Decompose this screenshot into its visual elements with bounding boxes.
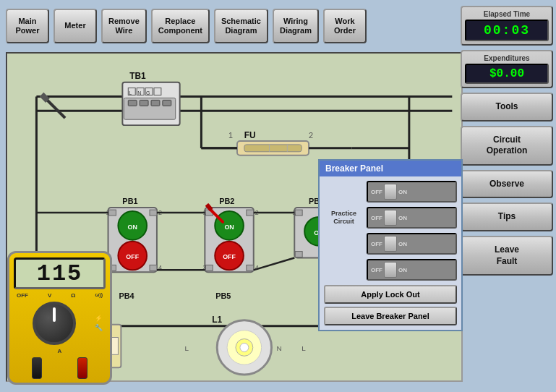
- svg-text:N: N: [276, 344, 281, 352]
- svg-rect-56: [205, 265, 213, 270]
- svg-rect-14: [140, 100, 148, 106]
- breaker-row-3: OFF ON: [324, 233, 457, 255]
- svg-text:PB2: PB2: [219, 197, 234, 205]
- breaker-label-2: PracticeCircuit: [324, 210, 364, 226]
- breaker-panel-content: OFF ON PracticeCircuit OFF ON OFF ON: [320, 176, 461, 330]
- leave-fault-button[interactable]: LeaveFault: [461, 236, 553, 276]
- multimeter-selector-labels: OFF V Ω ω)): [14, 292, 106, 299]
- multimeter-probe-black: [32, 357, 42, 379]
- svg-text:PB4: PB4: [119, 291, 134, 300]
- svg-text:L: L: [301, 344, 306, 352]
- tips-button[interactable]: Tips: [461, 203, 553, 231]
- svg-rect-16: [163, 100, 171, 106]
- toolbar: MainPower Meter RemoveWire ReplaceCompon…: [6, 6, 455, 46]
- svg-rect-57: [247, 265, 254, 270]
- elapsed-time-box: Elapsed Time 00:03: [461, 6, 553, 46]
- svg-rect-38: [109, 210, 116, 216]
- breaker-panel-title: Breaker Panel: [320, 161, 461, 176]
- svg-rect-68: [295, 252, 302, 257]
- svg-text:TB1: TB1: [129, 71, 146, 81]
- svg-point-96: [240, 343, 249, 351]
- breaker-handle-1[interactable]: [384, 184, 397, 200]
- circuit-operation-button[interactable]: CircuitOperation: [461, 126, 553, 166]
- svg-text:OFF: OFF: [126, 253, 139, 260]
- svg-text:ON: ON: [128, 223, 137, 231]
- observe-button[interactable]: Observe: [461, 170, 553, 199]
- right-panel: Elapsed Time 00:03 Expenditures $0.00 To…: [461, 6, 553, 276]
- svg-text:G: G: [146, 90, 150, 95]
- multimeter: 115 OFF V Ω ω)) ⚡ 🔧 A: [7, 251, 112, 385]
- breaker-handle-2[interactable]: [384, 210, 397, 226]
- svg-rect-13: [128, 100, 137, 106]
- multimeter-probes: [14, 357, 106, 379]
- breaker-handle-4[interactable]: [384, 262, 397, 278]
- breaker-row-4: OFF ON: [324, 259, 457, 281]
- main-power-button[interactable]: MainPower: [6, 9, 49, 43]
- remove-wire-button[interactable]: RemoveWire: [101, 9, 147, 43]
- breaker-switch-1[interactable]: OFF ON: [367, 181, 457, 203]
- breaker-switch-2[interactable]: OFF ON: [367, 207, 457, 229]
- svg-rect-64: [295, 210, 302, 216]
- svg-text:L: L: [185, 344, 189, 352]
- svg-text:1: 1: [228, 131, 233, 140]
- tools-button[interactable]: Tools: [461, 93, 553, 122]
- leave-breaker-panel-button[interactable]: Leave Breaker Panel: [324, 307, 457, 325]
- multimeter-selector[interactable]: [33, 302, 76, 345]
- breaker-panel: Breaker Panel OFF ON PracticeCircuit OFF…: [318, 159, 463, 331]
- multimeter-value: 115: [37, 260, 83, 287]
- svg-text:PB5: PB5: [215, 291, 231, 300]
- breaker-switch-4[interactable]: OFF ON: [367, 259, 457, 281]
- meter-button[interactable]: Meter: [54, 9, 97, 43]
- svg-text:ON: ON: [224, 223, 234, 231]
- svg-text:PB1: PB1: [122, 197, 137, 205]
- multimeter-probe-red: [77, 357, 87, 379]
- svg-text:L: L: [129, 90, 132, 95]
- svg-text:2: 2: [309, 131, 313, 140]
- multimeter-display: 115: [14, 257, 106, 289]
- svg-rect-43: [150, 265, 157, 270]
- expenditures-display: $0.00: [465, 64, 549, 84]
- elapsed-time-display: 00:03: [465, 20, 549, 41]
- svg-text:N: N: [137, 90, 141, 95]
- apply-lockout-button[interactable]: Apply Lock Out: [324, 285, 457, 304]
- svg-rect-23: [244, 145, 301, 152]
- breaker-row-1: OFF ON: [324, 181, 457, 203]
- wiring-diagram-button[interactable]: WiringDiagram: [273, 9, 319, 43]
- work-order-button[interactable]: WorkOrder: [323, 9, 367, 43]
- breaker-switch-3[interactable]: OFF ON: [367, 233, 457, 255]
- breaker-handle-3[interactable]: [384, 236, 397, 252]
- elapsed-time-label: Elapsed Time: [465, 10, 549, 18]
- svg-text:FU: FU: [244, 130, 256, 140]
- breaker-row-2: PracticeCircuit OFF ON: [324, 207, 457, 229]
- svg-text:OFF: OFF: [223, 253, 236, 260]
- expenditures-box: Expenditures $0.00: [461, 50, 553, 88]
- svg-rect-15: [151, 100, 160, 106]
- svg-text:L1: L1: [212, 315, 222, 325]
- schematic-diagram-button[interactable]: SchematicDiagram: [214, 9, 268, 43]
- expenditures-label: Expenditures: [465, 54, 549, 62]
- replace-component-button[interactable]: ReplaceComponent: [151, 9, 210, 43]
- svg-rect-8: [154, 88, 161, 95]
- svg-rect-39: [150, 210, 157, 216]
- svg-rect-53: [247, 210, 254, 216]
